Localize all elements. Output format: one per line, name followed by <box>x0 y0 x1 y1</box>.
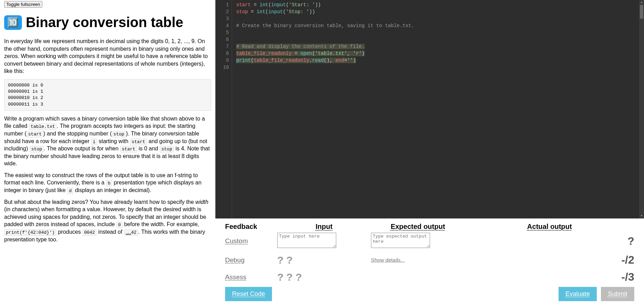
assess-score: -/3 <box>613 271 634 283</box>
assess-label: Assess <box>225 273 253 281</box>
hint-fstring: The easiest way to construct the rows of… <box>4 172 211 194</box>
debug-score: -/2 <box>613 254 634 266</box>
input-header: Input <box>277 223 371 231</box>
custom-expected[interactable] <box>371 233 430 248</box>
debug-label: Debug <box>225 256 253 264</box>
editor-scrollbar[interactable]: ▴ ▾ <box>639 0 644 218</box>
instructions-pane[interactable]: Toggle fullscreen 🔟 Binary conversion ta… <box>0 0 215 306</box>
custom-label: Custom <box>225 237 253 245</box>
show-details-link[interactable]: Show details... <box>371 257 405 263</box>
actual-header: Actual output <box>465 223 634 231</box>
custom-input[interactable] <box>277 233 336 248</box>
scroll-thumb[interactable] <box>640 5 643 19</box>
submit-button[interactable]: Submit <box>601 287 634 301</box>
question-icon: ? <box>277 271 283 283</box>
question-icon: ? <box>277 254 283 266</box>
intro-paragraph: In everyday life we represent numbers in… <box>4 38 211 75</box>
page-title: 🔟 Binary conversion table <box>4 14 211 31</box>
toggle-fullscreen-button[interactable]: Toggle fullscreen <box>4 1 42 8</box>
right-pane: 12345678910 start = int(input('Start: ')… <box>215 0 644 306</box>
scroll-down-icon[interactable]: ▾ <box>639 214 644 218</box>
question-icon: ? <box>286 271 292 283</box>
hint-zeros: But what about the leading zeros? You ha… <box>4 198 211 243</box>
feedback-header: Feedback <box>225 223 277 231</box>
line-gutter: 12345678910 <box>215 0 232 218</box>
title-icon: 🔟 <box>4 15 22 30</box>
title-text: Binary conversion table <box>26 15 183 30</box>
evaluate-button[interactable]: Evaluate <box>559 287 597 301</box>
example-output: 00000000 is 0 00000001 is 1 00000010 is … <box>4 79 211 111</box>
question-icon: ? <box>286 254 292 266</box>
question-icon: ? <box>296 271 302 283</box>
reset-code-button[interactable]: Reset Code <box>225 287 272 301</box>
code-editor[interactable]: 12345678910 start = int(input('Start: ')… <box>215 0 644 218</box>
expected-header: Expected output <box>371 223 465 231</box>
scroll-up-icon[interactable]: ▴ <box>639 0 644 5</box>
code-area[interactable]: start = int(input('Start: '))stop = int(… <box>232 0 414 218</box>
feedback-panel: Feedback Input Expected output Actual ou… <box>215 218 644 306</box>
spec-paragraph: Write a program which saves a binary con… <box>4 115 211 167</box>
custom-score: ? <box>613 235 634 248</box>
